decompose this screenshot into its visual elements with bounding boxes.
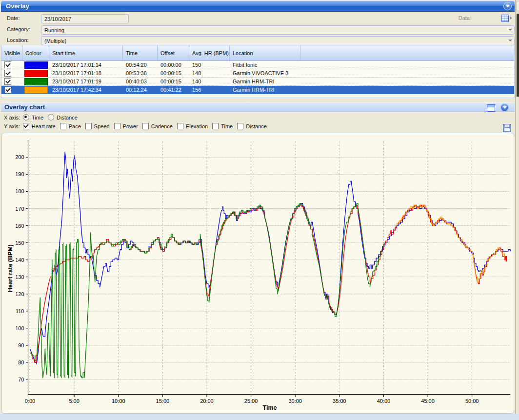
checkbox-icon[interactable]: [142, 123, 149, 129]
checkbox-icon[interactable]: [23, 123, 29, 129]
avg-hr-cell: 148: [189, 70, 230, 76]
visible-checkbox[interactable]: [4, 70, 11, 77]
colour-cell: [22, 78, 49, 85]
category-label: Category:: [7, 26, 30, 32]
category-dropdown[interactable]: Running: [41, 25, 515, 35]
column-header-start-time[interactable]: Start time: [49, 45, 123, 61]
start-time-cell: 23/10/2017 17:01:18: [49, 70, 123, 76]
checkbox-icon[interactable]: [177, 123, 183, 129]
location-cell: Fitbit Ionic: [230, 62, 300, 68]
checkbox-icon[interactable]: [85, 123, 92, 129]
table-row[interactable]: 23/10/2017 17:01:1900:40:0300:00:15140Ga…: [1, 78, 514, 86]
radio-icon[interactable]: [48, 114, 54, 120]
radio-label: Time: [32, 115, 43, 120]
svg-text:130: 130: [15, 274, 24, 280]
date-label: Date:: [7, 15, 20, 21]
chevron-down-icon[interactable]: [508, 29, 512, 31]
checkbox-label: Speed: [94, 123, 110, 129]
data-grid-icon[interactable]: [501, 15, 509, 22]
collapse-panel-button[interactable]: [503, 2, 512, 10]
checkbox-label: Elevation: [186, 123, 208, 129]
svg-text:180: 180: [15, 188, 24, 194]
y-axis-option-pace[interactable]: Pace: [60, 123, 81, 129]
colour-swatch[interactable]: [24, 78, 48, 85]
visible-checkbox[interactable]: [4, 78, 11, 85]
checkbox-label: Time: [221, 123, 233, 129]
date-field[interactable]: 23/10/2017: [41, 14, 129, 23]
table-row[interactable]: 23/10/2017 17:01:1400:54:2000:00:00150Fi…: [1, 61, 514, 69]
column-header-time[interactable]: Time: [123, 45, 158, 61]
y-axis-option-elevation[interactable]: Elevation: [177, 123, 208, 129]
x-axis-option-distance[interactable]: Distance: [48, 114, 78, 120]
checkbox-icon[interactable]: [60, 123, 66, 129]
adjacent-panel-sliver: [515, 0, 519, 414]
checkbox-label: Heart rate: [32, 123, 56, 129]
svg-text:25:00: 25:00: [244, 398, 258, 404]
checkbox-label: Power: [123, 123, 138, 129]
y-axis-option-speed[interactable]: Speed: [85, 123, 110, 129]
chevron-down-icon: [506, 5, 510, 7]
table-body: 23/10/2017 17:01:1400:54:2000:00:00150Fi…: [1, 61, 514, 94]
checkbox-icon[interactable]: [237, 123, 243, 129]
y-axis-label: Y axis:: [4, 123, 20, 129]
svg-text:5:00: 5:00: [69, 398, 79, 404]
y-axis-option-time[interactable]: Time: [212, 123, 233, 129]
location-cell: Garmin HRM-TRI: [230, 87, 300, 93]
column-header-location[interactable]: Location: [230, 45, 300, 61]
x-axis-option-time[interactable]: Time: [23, 114, 43, 120]
colour-swatch[interactable]: [24, 86, 48, 94]
collapse-chart-button[interactable]: [500, 103, 509, 112]
radio-icon[interactable]: [23, 114, 29, 120]
window-titlebar: Overlay: [1, 1, 515, 12]
colour-swatch[interactable]: [24, 70, 48, 77]
avg-hr-cell: 150: [189, 62, 230, 68]
checkbox-icon[interactable]: [212, 123, 219, 129]
visible-checkbox[interactable]: [4, 86, 11, 93]
y-axis-option-heart-rate[interactable]: Heart rate: [23, 123, 56, 129]
svg-text:150: 150: [15, 240, 24, 246]
location-label: Location:: [7, 37, 29, 43]
avg-hr-cell: 156: [189, 87, 230, 93]
table-row[interactable]: 23/10/2017 17:01:1800:53:3800:00:15148Ga…: [1, 69, 514, 78]
start-time-cell: 23/10/2017 17:01:14: [49, 62, 123, 68]
svg-text:30:00: 30:00: [288, 398, 302, 404]
colour-swatch[interactable]: [24, 61, 48, 69]
data-label: Data:: [459, 15, 471, 21]
column-header-colour[interactable]: Colour: [22, 45, 49, 61]
location-dropdown[interactable]: (Multiple): [41, 36, 515, 45]
y-axis-option-distance[interactable]: Distance: [237, 123, 267, 129]
svg-text:170: 170: [15, 206, 24, 212]
column-header-offset[interactable]: Offset: [158, 45, 189, 61]
svg-text:10:00: 10:00: [112, 398, 125, 404]
visible-checkbox[interactable]: [4, 61, 11, 68]
save-icon[interactable]: [503, 124, 511, 132]
checkbox-label: Cadence: [151, 123, 173, 129]
window-layout-icon[interactable]: [487, 104, 495, 112]
column-header-visible[interactable]: Visible: [1, 45, 22, 61]
location-value: (Multiple): [44, 38, 66, 44]
table-row[interactable]: 23/10/2017 17:42:3400:12:2400:41:22156Ga…: [1, 86, 514, 94]
y-axis-controls: Y axis: Heart ratePaceSpeedPowerCadenceE…: [4, 123, 271, 129]
svg-text:200: 200: [15, 154, 24, 160]
avg-hr-cell: 140: [189, 79, 230, 84]
series-line: [30, 205, 507, 362]
svg-text:45:00: 45:00: [421, 398, 435, 404]
chevron-down-icon[interactable]: [508, 40, 512, 41]
overlay-chart-panel: 7080901001101201301401501601701801902000…: [1, 133, 514, 414]
offset-cell: 00:00:15: [158, 70, 189, 76]
x-axis-label: X axis:: [4, 115, 20, 120]
location-cell: Garmin VIVOACTIVE 3: [230, 70, 300, 76]
svg-text:140: 140: [15, 257, 24, 263]
svg-text:20:00: 20:00: [200, 398, 214, 404]
checkbox-icon[interactable]: [114, 123, 120, 129]
y-axis-option-power[interactable]: Power: [114, 123, 138, 129]
visible-cell: [1, 86, 22, 93]
y-axis-option-cadence[interactable]: Cadence: [142, 123, 173, 129]
data-expand-arrow-icon[interactable]: [510, 17, 512, 20]
colour-cell: [22, 70, 49, 77]
overlay-window: Overlay Date: 23/10/2017 Data: Category:…: [0, 0, 519, 420]
y-axis-title: Heart rate (BPM): [7, 244, 14, 292]
window-bottom-edge: [0, 414, 519, 420]
column-header-avg-hr[interactable]: Avg. HR (BPM): [189, 45, 230, 61]
x-axis-controls: X axis: TimeDistance: [4, 114, 82, 120]
